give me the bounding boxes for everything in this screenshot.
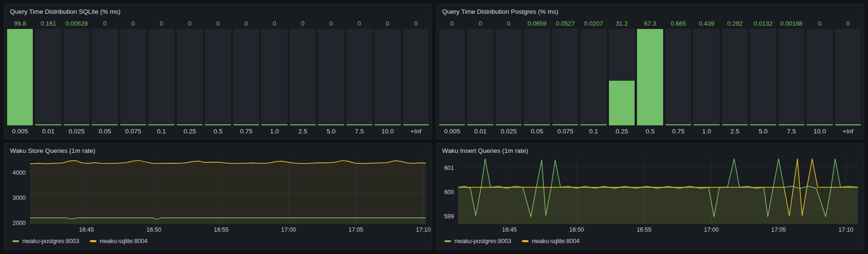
bar-x-label: 2.5 xyxy=(722,125,748,137)
bar-column: 0.2922.5 xyxy=(722,18,748,137)
legend-item-sqlite[interactable]: nwaku-sqlite:8004 xyxy=(522,238,580,245)
bar-value-label: 0 xyxy=(233,18,259,29)
bar-track xyxy=(580,29,606,125)
bar-track xyxy=(467,29,493,125)
bar-track xyxy=(779,29,804,125)
bar-value-label: 0 xyxy=(439,18,465,29)
bar-fill xyxy=(148,124,174,125)
y-tick-label: 2000 xyxy=(12,220,26,226)
bar-track xyxy=(524,29,550,125)
bar-value-label: 31.2 xyxy=(609,18,635,29)
bar-fill xyxy=(552,124,578,125)
bar-value-label: 0.439 xyxy=(694,18,719,29)
bar-x-label: +Inf xyxy=(403,125,429,137)
bar-track xyxy=(120,29,146,125)
bar-x-label: 0.025 xyxy=(64,125,89,137)
bar-value-label: 0 xyxy=(290,18,316,29)
legend-label: nwaku-postgres:8003 xyxy=(22,238,79,245)
bar-fill xyxy=(205,124,231,125)
bar-fill xyxy=(318,124,344,125)
bar-track xyxy=(35,29,61,125)
bar-x-label: 0.25 xyxy=(609,125,635,137)
panel-waku-insert-queries: Waku Insert Queries (1m rate) 599600601 … xyxy=(436,143,864,250)
bar-track xyxy=(261,29,287,125)
bar-value-label: 0 xyxy=(807,18,832,29)
bar-value-label: 0 xyxy=(375,18,400,29)
x-tick-label: 17:05 xyxy=(348,226,363,233)
bar-x-label: 10.0 xyxy=(375,125,400,137)
y-axis: 200030004000 xyxy=(4,156,30,235)
x-axis: 16:4516:5016:5517:0017:0517:10 xyxy=(458,224,858,235)
bar-track xyxy=(347,29,372,125)
legend-label: nwaku-sqlite:8004 xyxy=(532,238,580,245)
bar-track xyxy=(694,29,719,125)
bar-track xyxy=(552,29,578,125)
bar-x-label: 0.1 xyxy=(580,125,606,137)
x-tick-label: 16:50 xyxy=(569,226,584,233)
panel-title-sqlite[interactable]: Query Time Distribution SQLite (% ms) xyxy=(4,4,432,17)
bar-fill xyxy=(496,124,521,125)
bar-x-label: 0.075 xyxy=(120,125,146,137)
x-tick-label: 16:45 xyxy=(502,226,517,233)
panel-title-store[interactable]: Waku Store Queries (1m rate) xyxy=(4,143,432,156)
timeseries-insert: 599600601 16:4516:5016:5517:0017:0517:10 xyxy=(436,156,864,235)
bar-column: 0.005280.025 xyxy=(64,18,89,137)
bar-value-label: 0.00188 xyxy=(779,18,804,29)
bar-value-label: 0.0527 xyxy=(552,18,578,29)
bar-value-label: 0.665 xyxy=(665,18,691,29)
bar-track xyxy=(205,29,231,125)
bar-x-label: 0.01 xyxy=(467,125,493,137)
bar-value-label: 0.0659 xyxy=(524,18,550,29)
bar-column: 01.0 xyxy=(261,18,287,137)
bar-track xyxy=(7,29,33,125)
x-tick-label: 16:55 xyxy=(637,226,651,233)
bar-x-label: 0.25 xyxy=(177,125,203,137)
y-tick-label: 4000 xyxy=(12,169,26,176)
bar-x-label: 0.005 xyxy=(7,125,33,137)
legend-item-postgres[interactable]: nwaku-postgres:8003 xyxy=(444,238,511,245)
panel-query-time-postgres: Query Time Distribution Postgres (% ms) … xyxy=(436,4,864,139)
bar-fill xyxy=(580,124,606,125)
bar-column: 00.1 xyxy=(148,18,174,137)
bar-value-label: 0 xyxy=(835,18,861,29)
legend-item-sqlite[interactable]: nwaku-sqlite:8004 xyxy=(90,238,148,245)
bar-x-label: 0.1 xyxy=(148,125,174,137)
bar-column: 00.075 xyxy=(120,18,146,137)
bar-x-label: 7.5 xyxy=(347,125,372,137)
bar-column: 99.80.005 xyxy=(7,18,33,137)
panel-title-postgres[interactable]: Query Time Distribution Postgres (% ms) xyxy=(436,4,864,17)
legend-swatch-green xyxy=(444,240,451,242)
bar-track xyxy=(665,29,691,125)
plot-column: 16:4516:5016:5517:0017:0517:10 xyxy=(458,156,858,235)
panel-title-insert[interactable]: Waku Insert Queries (1m rate) xyxy=(436,143,864,156)
legend-label: nwaku-postgres:8003 xyxy=(454,238,511,245)
x-axis: 16:4516:5016:5517:0017:0517:10 xyxy=(30,224,426,235)
legend-item-postgres[interactable]: nwaku-postgres:8003 xyxy=(12,238,79,245)
bar-value-label: 0 xyxy=(148,18,174,29)
bar-fill xyxy=(807,124,832,125)
plot-column: 16:4516:5016:5517:0017:0517:10 xyxy=(30,156,426,235)
bar-value-label: 0 xyxy=(467,18,493,29)
bar-track xyxy=(290,29,316,125)
bar-fill xyxy=(92,124,117,125)
bar-value-label: 0.292 xyxy=(722,18,748,29)
bar-column: 0.6650.75 xyxy=(665,18,691,137)
bar-value-label: 0.00528 xyxy=(64,18,89,29)
bar-column: 00.025 xyxy=(496,18,521,137)
bar-column: 0+Inf xyxy=(835,18,861,137)
bar-fill xyxy=(290,124,316,125)
bar-column: 07.5 xyxy=(347,18,372,137)
bar-track xyxy=(637,29,663,125)
bar-fill xyxy=(722,124,748,125)
bar-track xyxy=(439,29,465,125)
bar-column: 00.5 xyxy=(205,18,231,137)
bar-x-label: 0.05 xyxy=(524,125,550,137)
x-tick-label: 16:55 xyxy=(214,226,229,233)
bar-x-label: 5.0 xyxy=(750,125,776,137)
plot-area[interactable] xyxy=(458,156,858,224)
bar-x-label: 0.075 xyxy=(552,125,578,137)
bar-value-label: 0.0207 xyxy=(580,18,606,29)
bar-x-label: 0.5 xyxy=(205,125,231,137)
bar-x-label: 0.75 xyxy=(233,125,259,137)
plot-area[interactable] xyxy=(30,156,426,224)
